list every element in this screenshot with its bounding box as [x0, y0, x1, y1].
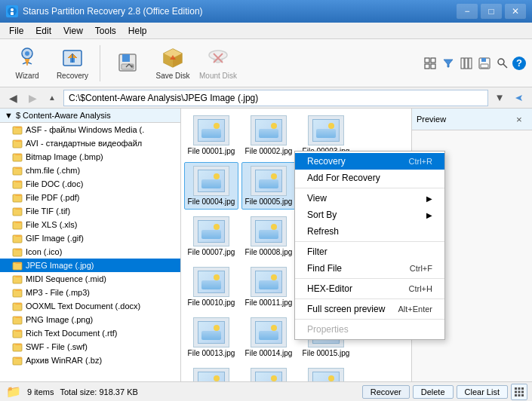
- file-thumb-7: [251, 216, 287, 246]
- sidebar-item-5[interactable]: File PDF (.pdf): [0, 191, 180, 204]
- file-item-13[interactable]: File 00014.jpg: [241, 314, 296, 361]
- file-name-1: File 00002.jpg: [245, 147, 293, 155]
- ctx-item-label-properties: Properties: [307, 324, 349, 335]
- menu-file[interactable]: File: [3, 24, 29, 38]
- minimize-button[interactable]: −: [457, 4, 478, 19]
- svg-rect-26: [481, 64, 488, 68]
- ctx-item-sort-by[interactable]: Sort By▶: [295, 207, 444, 223]
- menu-tools[interactable]: Tools: [89, 24, 122, 38]
- ctx-item-filter[interactable]: Filter: [295, 243, 444, 260]
- collapse-icon[interactable]: ▼: [5, 111, 13, 120]
- menu-view[interactable]: View: [57, 24, 89, 38]
- ctx-separator: [295, 298, 444, 299]
- sidebar-item-10[interactable]: JPEG Image (.jpg): [0, 259, 180, 272]
- sidebar-item-16[interactable]: SWF - File (.swf): [0, 340, 180, 354]
- ctx-item-find-file[interactable]: Find FileCtrl+F: [295, 260, 444, 277]
- filter-button[interactable]: [440, 55, 457, 72]
- file-item-6[interactable]: File 00007.jpg: [184, 213, 238, 260]
- sidebar-item-6[interactable]: File TIF (.tif): [0, 204, 180, 218]
- recovery-button[interactable]: Recovery: [51, 43, 94, 84]
- app-icon: [6, 5, 18, 17]
- sidebar-item-13[interactable]: OOXML Text Document (.docx): [0, 299, 180, 313]
- sidebar-item-0[interactable]: ASF - файлы Windows Media (.: [0, 123, 180, 136]
- ctx-item-add-for-recovery[interactable]: Add For Recovery: [295, 170, 444, 186]
- recover-button[interactable]: Recover: [362, 385, 410, 399]
- file-item-12[interactable]: File 00013.jpg: [184, 314, 238, 361]
- sidebar-item-icon-6: [12, 206, 23, 216]
- preview-header: Preview ×: [412, 109, 532, 130]
- sidebar-item-icon-8: [12, 233, 23, 243]
- sidebar: ▼ $ Content-Aware Analysis ASF - файлы W…: [0, 109, 181, 381]
- forward-button[interactable]: ▶: [24, 90, 41, 106]
- save-disk-button[interactable]: [106, 43, 149, 84]
- preview-close-button[interactable]: ×: [511, 111, 527, 127]
- sidebar-item-4[interactable]: File DOC (.doc): [0, 177, 180, 191]
- file-item-3[interactable]: File 00004.jpg: [184, 162, 238, 210]
- address-dropdown-button[interactable]: ▼: [491, 90, 508, 106]
- sidebar-item-12[interactable]: MP3 - File (.mp3): [0, 286, 180, 299]
- file-item-9[interactable]: File 00010.jpg: [184, 263, 238, 311]
- file-item-4[interactable]: File 00005.jpg: [241, 162, 296, 210]
- file-item-1[interactable]: File 00002.jpg: [241, 112, 296, 159]
- file-thumb-6: [193, 216, 229, 246]
- delete-button[interactable]: Delete: [413, 385, 454, 399]
- sidebar-item-icon-15: [12, 328, 23, 338]
- sidebar-item-label-0: ASF - файлы Windows Media (.: [26, 125, 144, 134]
- ctx-item-label-view: View: [307, 193, 327, 204]
- save-view-button[interactable]: [476, 55, 493, 72]
- menu-help[interactable]: Help: [122, 24, 153, 38]
- ctx-item-full-screen-preview[interactable]: Full screen previewAlt+Enter: [295, 301, 444, 317]
- search-button[interactable]: [494, 55, 511, 72]
- svg-line-28: [503, 64, 507, 68]
- sidebar-item-3[interactable]: chm.file (.chm): [0, 164, 180, 177]
- sidebar-item-icon-2: [12, 152, 23, 162]
- file-image-1: [255, 119, 282, 142]
- columns-button[interactable]: [458, 55, 475, 72]
- file-item-7[interactable]: File 00008.jpg: [241, 213, 296, 260]
- sidebar-item-15[interactable]: Rich Text Document (.rtf): [0, 326, 180, 340]
- back-button[interactable]: ◀: [5, 90, 21, 106]
- file-name-14: File 00015.jpg: [303, 349, 350, 357]
- svg-rect-48: [518, 387, 521, 390]
- sidebar-item-9[interactable]: Icon (.ico): [0, 245, 180, 259]
- address-input[interactable]: [63, 90, 488, 106]
- sidebar-item-7[interactable]: File XLS (.xls): [0, 218, 180, 231]
- sidebar-item-2[interactable]: Bitmap Image (.bmp): [0, 150, 180, 164]
- sidebar-item-icon-7: [12, 219, 23, 230]
- menu-edit[interactable]: Edit: [29, 24, 57, 38]
- ctx-item-recovery[interactable]: RecoveryCtrl+R: [295, 153, 444, 170]
- sidebar-item-17[interactable]: Архив WinRAR (.bz): [0, 354, 180, 367]
- sidebar-item-1[interactable]: AVI - стандартные видеофайл: [0, 136, 180, 150]
- close-button[interactable]: ✕: [505, 4, 526, 19]
- ctx-item-label-recovery: Recovery: [307, 156, 346, 167]
- ctx-item-label-hex-editor: HEX-Editor: [307, 283, 352, 294]
- file-item-10[interactable]: File 00011.jpg: [241, 263, 296, 311]
- ctx-item-refresh[interactable]: Refresh: [295, 223, 444, 240]
- file-image-12: [198, 321, 225, 344]
- file-item-17[interactable]: File 00018.jpg: [299, 364, 353, 381]
- ctx-item-hex-editor[interactable]: HEX-EditorCtrl+H: [295, 280, 444, 297]
- file-name-4: File 00005.jpg: [245, 197, 293, 206]
- view-mode-button[interactable]: [422, 55, 438, 72]
- grid-options-button[interactable]: [511, 384, 527, 400]
- file-image-4: [255, 170, 282, 192]
- sidebar-item-11[interactable]: MIDI Sequence (.mid): [0, 272, 180, 286]
- sidebar-item-14[interactable]: PNG Image (.png): [0, 313, 180, 326]
- close-disk-button[interactable]: Mount Disk: [197, 43, 239, 84]
- wizard-button[interactable]: Wizard: [6, 43, 48, 84]
- sidebar-item-8[interactable]: GIF Image (.gif): [0, 231, 180, 245]
- file-item-16[interactable]: File 00017.jpg: [241, 364, 296, 381]
- file-item-0[interactable]: File 00001.jpg: [184, 112, 238, 159]
- ctx-item-view[interactable]: View▶: [295, 190, 444, 207]
- file-thumb-0: [193, 115, 229, 145]
- sidebar-item-icon-9: [12, 246, 23, 257]
- clear-list-button[interactable]: Clear List: [457, 385, 508, 399]
- file-item-15[interactable]: File 00016.jpg: [184, 364, 238, 381]
- help-button[interactable]: ?: [512, 57, 526, 70]
- up-button[interactable]: ▲: [44, 90, 60, 106]
- maximize-button[interactable]: □: [481, 4, 502, 19]
- file-thumb-2: [308, 115, 344, 145]
- mount-disk-button[interactable]: Save Disk: [152, 43, 194, 84]
- file-thumb-4: [251, 166, 287, 196]
- address-go-button[interactable]: [511, 90, 527, 106]
